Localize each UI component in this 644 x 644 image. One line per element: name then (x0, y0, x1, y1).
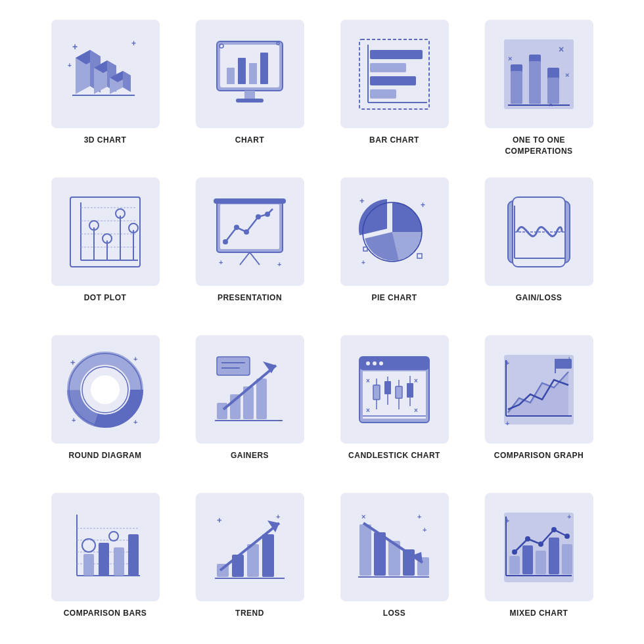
icon-box-one-to-one: × × × × (485, 20, 593, 128)
svg-rect-160 (262, 534, 274, 577)
svg-rect-17 (227, 68, 235, 84)
svg-rect-40 (511, 71, 522, 104)
icon-label-loss: LOSS (383, 608, 406, 619)
svg-rect-184 (562, 544, 572, 574)
svg-rect-21 (244, 91, 255, 99)
svg-rect-151 (99, 543, 109, 576)
svg-text:+: + (276, 513, 280, 520)
svg-rect-44 (547, 78, 559, 104)
svg-point-68 (256, 214, 261, 219)
svg-rect-25 (352, 32, 437, 117)
icon-label-comparison-graph: COMPARISON GRAPH (494, 450, 584, 461)
svg-text:+: + (133, 418, 137, 426)
svg-text:+: + (70, 357, 76, 367)
icon-cell-chart: CHART (181, 20, 319, 164)
svg-text:+: + (359, 196, 365, 206)
icon-label-presentation: PRESENTATION (218, 292, 282, 304)
svg-text:×: × (508, 55, 512, 62)
icon-cell-pie-chart: + + + PIE CHART (325, 177, 463, 322)
svg-rect-101 (217, 403, 227, 419)
icon-label-chart: CHART (235, 135, 265, 146)
svg-rect-127 (396, 386, 402, 398)
svg-point-185 (512, 549, 517, 555)
svg-rect-29 (370, 76, 416, 85)
svg-text:+: + (421, 200, 425, 210)
svg-text:+: + (567, 513, 571, 520)
svg-text:+: + (277, 260, 281, 268)
icon-cell-presentation: + + PRESENTATION (181, 177, 319, 322)
svg-text:×: × (366, 407, 370, 414)
svg-rect-27 (370, 50, 423, 59)
svg-text:×: × (414, 377, 418, 384)
svg-rect-42 (529, 61, 541, 104)
svg-point-65 (223, 239, 228, 244)
svg-rect-183 (549, 538, 559, 574)
svg-rect-125 (384, 381, 391, 394)
svg-point-189 (564, 534, 570, 539)
svg-rect-168 (359, 524, 371, 576)
icon-label-pie-chart: PIE CHART (371, 292, 417, 304)
svg-rect-182 (536, 551, 546, 574)
svg-text:+: + (131, 39, 136, 48)
icon-label-comparison-bars: COMPARISON BARS (64, 608, 147, 619)
icon-box-pie-chart: + + + (340, 177, 449, 286)
svg-rect-153 (128, 534, 139, 576)
svg-point-97 (91, 375, 120, 404)
icon-box-presentation: + + (196, 177, 304, 286)
icon-label-3d-chart: 3D CHART (84, 135, 127, 146)
svg-text:+: + (72, 416, 76, 424)
icon-box-chart (196, 20, 304, 128)
icon-box-comparison-graph: + + + (485, 335, 593, 444)
svg-point-114 (366, 361, 370, 365)
svg-rect-180 (509, 556, 520, 574)
icon-cell-3d-chart: + + + 3D CHART (36, 20, 174, 164)
svg-point-67 (244, 229, 249, 235)
icon-box-bar-chart (340, 20, 449, 128)
icon-box-dot-plot (51, 177, 160, 286)
svg-point-187 (538, 541, 543, 547)
svg-point-116 (379, 361, 383, 365)
svg-rect-104 (256, 379, 267, 419)
svg-rect-22 (236, 99, 264, 103)
icon-box-loss: + + × (340, 493, 449, 601)
svg-point-186 (525, 536, 530, 541)
svg-rect-30 (370, 89, 396, 99)
icon-grid: + + + 3D CHART (16, 0, 628, 644)
icon-cell-candlestick-chart: × × × × CANDLESTICK CHART (325, 335, 463, 480)
svg-rect-20 (260, 53, 268, 84)
icon-cell-comparison-graph: + + + COMPARISON GRAPH (470, 335, 608, 480)
svg-text:×: × (361, 513, 365, 520)
svg-text:+: + (133, 355, 137, 363)
svg-rect-137 (555, 359, 572, 369)
svg-text:×: × (559, 44, 564, 55)
svg-point-115 (373, 361, 377, 365)
icon-cell-mixed-chart: + + MIXED CHART (470, 493, 608, 637)
icon-box-candlestick-chart: × × × × (340, 335, 449, 444)
icon-box-gainers (196, 335, 304, 444)
icon-label-one-to-one: ONE TO ONECOMPERATIONS (505, 135, 572, 157)
icon-cell-round-diagram: + + + + ROUND DIAGRAM (36, 335, 174, 480)
icon-cell-comparison-bars: COMPARISON BARS (36, 493, 174, 637)
icon-cell-bar-chart: BAR CHART (325, 20, 463, 164)
svg-rect-18 (238, 58, 246, 84)
icon-label-trend: TREND (235, 608, 264, 619)
icon-label-gain-loss: GAIN/LOSS (516, 292, 563, 304)
icon-label-dot-plot: DOT PLOT (84, 292, 127, 304)
icon-cell-gainers: GAINERS (181, 335, 319, 480)
svg-text:+: + (217, 515, 222, 525)
svg-rect-123 (373, 385, 380, 400)
svg-rect-152 (114, 547, 124, 576)
svg-text:+: + (505, 419, 509, 427)
svg-rect-28 (370, 63, 406, 72)
svg-text:+: + (417, 513, 421, 520)
svg-text:+: + (68, 62, 72, 69)
icon-cell-trend: + + TREND (181, 493, 319, 637)
svg-text:×: × (565, 71, 569, 79)
svg-rect-181 (522, 545, 533, 574)
icon-box-3d-chart: + + + (51, 20, 160, 128)
svg-point-188 (551, 527, 557, 532)
icon-box-round-diagram: + + + + (51, 335, 160, 444)
svg-text:×: × (366, 377, 370, 384)
svg-rect-129 (407, 383, 413, 398)
svg-text:+: + (219, 258, 223, 266)
